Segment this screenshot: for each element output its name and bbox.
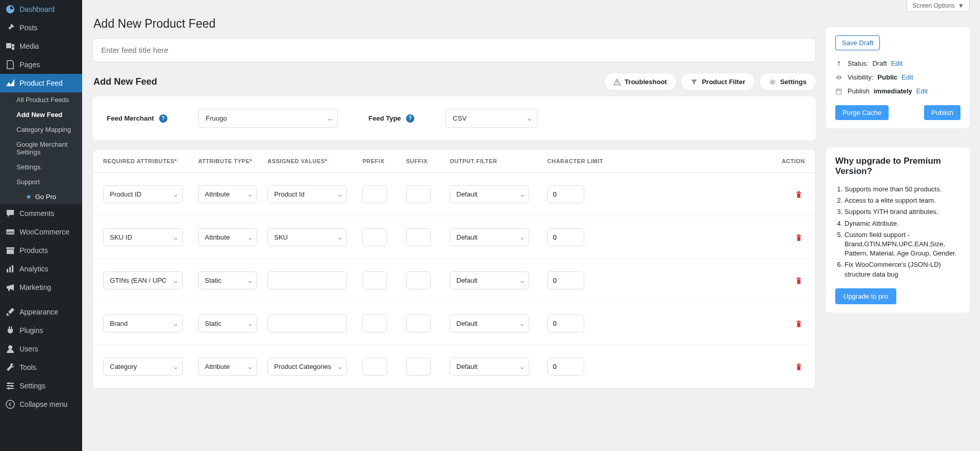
sidebar-item-settings[interactable]: Settings <box>0 377 82 395</box>
delete-row-button[interactable] <box>793 274 805 287</box>
delete-row-button[interactable] <box>793 318 805 330</box>
bars-icon <box>5 264 15 274</box>
attribute-select[interactable]: Product ID <box>103 185 183 203</box>
attribute-select[interactable]: Category <box>103 358 183 376</box>
sidebar-item-appearance[interactable]: Appearance <box>0 303 82 321</box>
type-select[interactable]: Attribute <box>198 228 257 246</box>
type-select[interactable]: Attribute <box>198 185 257 203</box>
settings-button[interactable]: Settings <box>760 73 816 90</box>
sidebar-item-pages[interactable]: Pages <box>0 55 82 74</box>
suffix-input[interactable] <box>406 185 431 203</box>
submenu-all-feeds[interactable]: All Product Feeds <box>0 92 82 107</box>
user-icon <box>5 344 15 354</box>
sidebar-label: WooCommerce <box>20 228 69 236</box>
svg-rect-15 <box>836 89 841 94</box>
save-draft-button[interactable]: Save Draft <box>835 35 880 50</box>
visibility-row: Visibility: Public Edit <box>835 70 960 84</box>
attribute-select[interactable]: SKU ID <box>103 228 183 246</box>
sidebar-item-dashboard[interactable]: Dashboard <box>0 0 82 18</box>
type-select[interactable]: Static <box>198 271 257 289</box>
type-select[interactable]: Attribute <box>198 358 257 376</box>
assigned-select[interactable]: Product Categories <box>267 358 347 376</box>
sidebar-item-woocommerce[interactable]: woo WooCommerce <box>0 223 82 241</box>
sidebar-item-media[interactable]: Media <box>0 37 82 55</box>
svg-point-5 <box>8 345 12 349</box>
sidebar-label: Tools <box>20 363 36 371</box>
sidebar-item-tools[interactable]: Tools <box>0 358 82 377</box>
prefix-input[interactable] <box>362 228 387 246</box>
filter-select[interactable]: Default <box>450 228 529 246</box>
svg-point-12 <box>772 81 774 83</box>
svg-rect-4 <box>12 265 13 272</box>
edit-publish-link[interactable]: Edit <box>916 87 928 95</box>
upgrade-item: Supports YITH brand attributes. <box>844 206 960 218</box>
upgrade-button[interactable]: Upgrade to pro <box>835 288 896 304</box>
feed-title-input[interactable] <box>92 38 816 62</box>
feed-type-select[interactable]: CSV <box>445 109 537 128</box>
submenu-category-mapping[interactable]: Category Mapping <box>0 122 82 137</box>
help-icon[interactable]: ? <box>406 114 414 123</box>
star-icon: ★ <box>26 193 32 201</box>
sidebar-item-marketing[interactable]: Marketing <box>0 278 82 297</box>
prefix-input[interactable] <box>362 185 387 203</box>
suffix-input[interactable] <box>406 271 431 289</box>
filter-select[interactable]: Default <box>450 315 529 332</box>
limit-input[interactable] <box>547 315 584 332</box>
limit-input[interactable] <box>547 358 584 376</box>
assigned-input[interactable] <box>267 271 347 289</box>
assigned-select[interactable]: SKU <box>267 228 347 246</box>
prefix-input[interactable] <box>362 315 387 332</box>
sidebar-item-collapse[interactable]: Collapse menu <box>0 395 82 399</box>
prefix-input[interactable] <box>362 358 387 376</box>
assigned-input[interactable] <box>267 315 347 332</box>
submenu-add-new[interactable]: Add New Feed <box>0 107 82 122</box>
sidebar-item-users[interactable]: Users <box>0 340 82 358</box>
delete-row-button[interactable] <box>793 188 805 201</box>
help-icon[interactable]: ? <box>159 114 167 123</box>
assigned-select[interactable]: Product Id <box>267 185 347 203</box>
filter-select[interactable]: Default <box>450 358 529 376</box>
merchant-select[interactable]: Fruugo <box>198 109 338 128</box>
sidebar-item-products[interactable]: Products <box>0 241 82 260</box>
suffix-input[interactable] <box>406 315 431 332</box>
product-filter-button[interactable]: Product Filter <box>681 73 755 90</box>
sidebar-item-product-feed[interactable]: Product Feed <box>0 74 82 92</box>
troubleshoot-button[interactable]: Troubleshoot <box>604 73 676 90</box>
delete-row-button[interactable] <box>793 361 805 373</box>
limit-input[interactable] <box>547 271 584 289</box>
suffix-input[interactable] <box>406 358 431 376</box>
upgrade-item: Access to a elite support team. <box>844 195 960 206</box>
sidebar-item-analytics[interactable]: Analytics <box>0 260 82 278</box>
sidebar-item-comments[interactable]: Comments <box>0 204 82 223</box>
purge-cache-button[interactable]: Purge Cache <box>835 105 889 120</box>
status-value: Draft <box>872 60 887 67</box>
submenu-go-pro[interactable]: ★Go Pro <box>0 189 82 204</box>
attribute-select[interactable]: GTINs (EAN / UPC) <box>103 271 183 289</box>
upgrade-item: Custom field support - Brand,GTIN,MPN,UP… <box>844 229 960 260</box>
filter-select[interactable]: Default <box>450 185 529 203</box>
publish-button[interactable]: Publish <box>924 105 960 120</box>
sidebar-label: Analytics <box>20 265 48 273</box>
submenu-support[interactable]: Support <box>0 174 82 189</box>
attribute-select[interactable]: Brand <box>103 315 183 332</box>
submenu-settings[interactable]: Settings <box>0 160 82 174</box>
admin-sidebar: Dashboard Posts Media Pages Product Feed… <box>0 0 82 399</box>
type-select[interactable]: Static <box>198 315 257 332</box>
edit-status-link[interactable]: Edit <box>891 60 902 67</box>
limit-input[interactable] <box>547 185 584 203</box>
edit-visibility-link[interactable]: Edit <box>901 73 913 81</box>
sidebar-label: Appearance <box>20 308 59 316</box>
sidebar-label: Products <box>20 246 48 254</box>
filter-select[interactable]: Default <box>450 271 529 289</box>
prefix-input[interactable] <box>362 271 387 289</box>
feed-type-label: Feed Type <box>369 114 401 122</box>
screen-options-button[interactable]: Screen Options ▼ <box>907 0 970 12</box>
product-feed-submenu: All Product Feeds Add New Feed Category … <box>0 92 82 204</box>
suffix-input[interactable] <box>406 228 431 246</box>
th-limit: CHARACTER LIMIT <box>547 158 617 164</box>
sidebar-item-posts[interactable]: Posts <box>0 18 82 37</box>
sidebar-item-plugins[interactable]: Plugins <box>0 321 82 340</box>
limit-input[interactable] <box>547 228 584 246</box>
delete-row-button[interactable] <box>793 231 805 244</box>
submenu-google-merchant[interactable]: Google Merchant Settings <box>0 137 82 160</box>
